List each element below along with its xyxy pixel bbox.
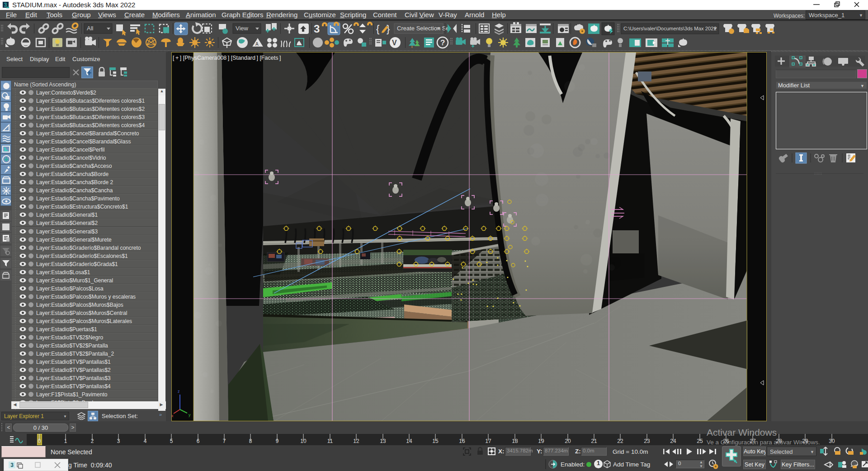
svg-text:13: 13 — [380, 438, 386, 444]
svg-text:17: 17 — [485, 438, 491, 444]
svg-text:14: 14 — [406, 438, 412, 444]
svg-text:A: A — [255, 42, 259, 47]
svg-text:All: All — [87, 25, 94, 32]
svg-text:9: 9 — [276, 438, 279, 444]
svg-text:Create Selection Se: Create Selection Se — [397, 25, 449, 32]
svg-text:4: 4 — [144, 438, 147, 444]
svg-text:30: 30 — [829, 438, 835, 444]
svg-text:3: 3 — [117, 438, 120, 444]
svg-text:View: View — [236, 25, 249, 32]
svg-text:5: 5 — [170, 438, 173, 444]
svg-text:16: 16 — [459, 438, 465, 444]
svg-text:19: 19 — [538, 438, 544, 444]
svg-text:}: } — [387, 23, 390, 34]
svg-text:12: 12 — [353, 438, 359, 444]
svg-text:3: 3 — [10, 462, 14, 468]
svg-text:22: 22 — [617, 438, 623, 444]
svg-text:7: 7 — [223, 438, 226, 444]
svg-text:0: 0 — [38, 438, 41, 444]
svg-text:1: 1 — [64, 438, 67, 444]
svg-text:8: 8 — [249, 438, 252, 444]
svg-text:V: V — [392, 39, 397, 47]
svg-text:3: 3 — [314, 23, 320, 35]
svg-text:21: 21 — [591, 438, 597, 444]
svg-text:11: 11 — [327, 438, 333, 444]
svg-text:z: z — [178, 389, 180, 394]
svg-text:20: 20 — [565, 438, 571, 444]
svg-text:C:\Users\valer\Documents\3ds M: C:\Users\valer\Documents\3ds Max 2022 — [623, 26, 717, 31]
svg-text:6: 6 — [197, 438, 200, 444]
svg-text:23: 23 — [644, 438, 650, 444]
svg-text:15: 15 — [432, 438, 439, 444]
svg-text:x: x — [171, 414, 174, 418]
svg-text:25: 25 — [697, 438, 703, 444]
svg-text:{: { — [376, 23, 379, 34]
svg-text:2: 2 — [91, 438, 94, 444]
svg-text:?: ? — [440, 38, 445, 47]
svg-text:18: 18 — [512, 438, 518, 444]
svg-text:y: y — [189, 413, 191, 417]
svg-text:10: 10 — [300, 438, 307, 444]
svg-text:24: 24 — [670, 438, 676, 444]
